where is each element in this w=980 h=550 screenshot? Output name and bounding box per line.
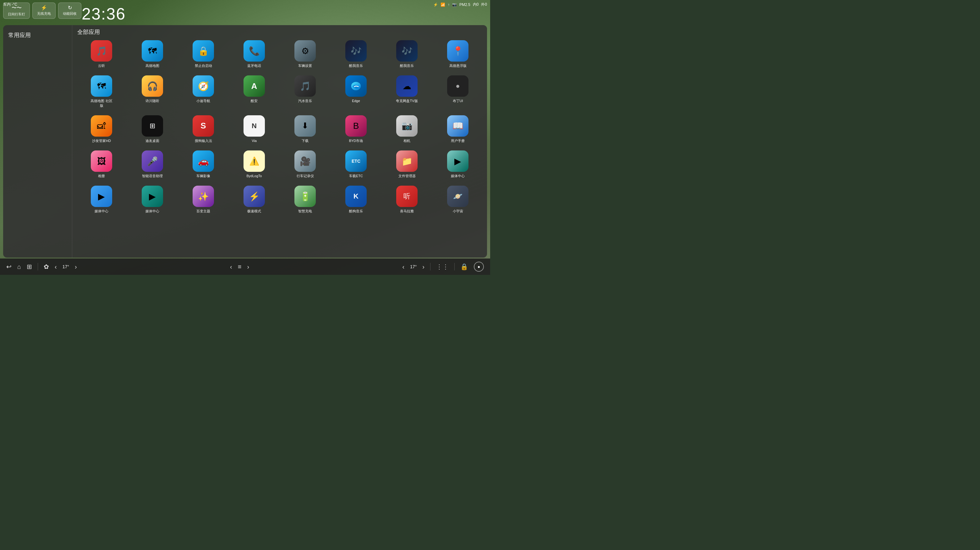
app-qishui-music[interactable]: 🎵汽水音乐 [281, 73, 329, 110]
app-quark-tv[interactable]: ☁夸克网盘TV版 [383, 73, 431, 110]
app-icon-sofa-hd: 🛋 [91, 115, 112, 137]
app-label-camera: 相机 [403, 138, 410, 143]
app-label-gaode-map: 高德地图 [145, 64, 159, 68]
left-arrow2-icon[interactable]: ‹ [230, 263, 232, 270]
nav-icon[interactable]: ≡ [238, 263, 242, 270]
app-icon-via: N [243, 115, 265, 137]
app-icon-car-settings: ⚙ [294, 40, 316, 62]
app-yunting[interactable]: 🎵云听 [77, 38, 126, 70]
app-icon-gaode-community: 🗺 [91, 75, 112, 97]
app-icon-speed-mode: ⚡ [243, 186, 265, 207]
app-label-shichuan: 诗川随听 [145, 99, 159, 103]
app-download[interactable]: ⬇下载 [281, 113, 329, 145]
lock-icon[interactable]: 🔒 [460, 263, 468, 270]
app-file-manager[interactable]: 📁文件管理器 [383, 149, 431, 180]
app-label-gaode-float: 高德悬浮版 [449, 64, 466, 68]
app-icon-quark-tv: ☁ [396, 75, 418, 97]
app-photos[interactable]: 🖼相册 [77, 149, 126, 180]
app-bluetooth-phone[interactable]: 📞蓝牙电话 [230, 38, 278, 70]
app-shichuan[interactable]: 🎧诗川随听 [128, 73, 177, 110]
apps-icon[interactable]: ⊞ [27, 263, 32, 270]
wireless-charge-btn[interactable]: ⚡ 无线充电 [32, 3, 56, 19]
right-arrow3-icon[interactable]: › [422, 263, 425, 270]
app-user-manual[interactable]: 📖用户手册 [434, 113, 482, 145]
app-icon-theme: ✨ [192, 186, 214, 207]
app-icon-kugou-music: K [345, 186, 367, 207]
back-icon[interactable]: ↩ [6, 263, 12, 270]
app-label-xiaoyu: 小宇宙 [453, 209, 463, 213]
app-icon-buting-ui: ● [447, 75, 468, 97]
app-camera[interactable]: 📷相机 [383, 113, 431, 145]
app-label-sofa-hd: 沙发管家HD [92, 138, 111, 143]
app-icon-gaode-float: 📍 [447, 40, 468, 62]
app-icon-yunting: 🎵 [91, 40, 112, 62]
pm25-label: PM2.5 [459, 3, 470, 7]
app-label-file-manager: 文件管理器 [398, 174, 416, 178]
app-smart-charge[interactable]: 🔋智慧充电 [281, 184, 329, 215]
app-label-smart-charge: 智慧充电 [298, 209, 312, 213]
left-panel: 常用应用 [3, 25, 72, 258]
app-sogou-input[interactable]: S搜狗输入法 [179, 113, 228, 145]
app-label-diyou-desktop: 迪友桌面 [145, 138, 159, 143]
wireless-charge-label: 无线充电 [37, 12, 51, 15]
app-label-theme: 百变主题 [196, 209, 210, 213]
app-icon-bydlogto: ⚠️ [243, 151, 265, 172]
app-xiaodi-navi[interactable]: 🧭小迪导航 [179, 73, 228, 110]
status-bar: ⚡ 📶 ↑ 📷 PM2.5 内0 外0 [433, 2, 487, 7]
app-diyou-desktop[interactable]: ⊞迪友桌面 [128, 113, 177, 145]
home-icon[interactable]: ⌂ [17, 263, 21, 270]
app-speed-mode[interactable]: ⚡极速模式 [230, 184, 278, 215]
app-bydlogto[interactable]: ⚠️BydLogTo [230, 149, 278, 180]
app-smart-voice[interactable]: 🎤智能语音助理 [128, 149, 177, 180]
right-arrow-icon[interactable]: › [75, 263, 77, 270]
app-label-user-manual: 用户手册 [451, 138, 465, 143]
app-gaode-float[interactable]: 📍高德悬浮版 [434, 38, 482, 70]
right-arrow2-icon[interactable]: › [247, 263, 249, 270]
app-byd-market[interactable]: BBYD市场 [332, 113, 380, 145]
app-dashcam[interactable]: 🎥行车记录仪 [281, 149, 329, 180]
app-icon-camera: 📷 [396, 115, 418, 137]
app-car-etc[interactable]: ETC车载ETC [332, 149, 380, 180]
app-icon-xiaodi-navi: 🧭 [192, 75, 214, 97]
left-arrow3-icon[interactable]: ‹ [402, 263, 404, 270]
app-label-car-vision: 车辆影像 [196, 174, 210, 178]
app-icon-car-vision: 🚗 [192, 151, 214, 172]
app-label-sogou-input: 搜狗输入法 [195, 138, 212, 143]
app-kuan[interactable]: A酷安 [230, 73, 278, 110]
app-via[interactable]: NVia [230, 113, 278, 145]
app-icon-download: ⬇ [294, 115, 316, 137]
app-edge[interactable]: Edge [332, 73, 380, 110]
energy-recovery-btn[interactable]: ↻ 动能回收 [58, 3, 81, 19]
app-car-settings[interactable]: ⚙车辆设置 [281, 38, 329, 70]
left-arrow-icon[interactable]: ‹ [55, 263, 57, 270]
app-media-center2[interactable]: ▶媒体中心 [77, 184, 126, 215]
app-sofa-hd[interactable]: 🛋沙发管家HD [77, 113, 126, 145]
app-label-kugou-music: 酷狗音乐 [349, 209, 363, 213]
app-buting-ui[interactable]: ●布丁UI [434, 73, 482, 110]
app-media-center1[interactable]: ▶媒体中心 [434, 149, 482, 180]
app-kuwo-music2[interactable]: 🎶酷我音乐 [383, 38, 431, 70]
app-icon-media-center1: ▶ [447, 151, 468, 172]
app-kuwo-music1[interactable]: 🎶酷我音乐 [332, 38, 380, 70]
app-car-vision[interactable]: 🚗车辆影像 [179, 149, 228, 180]
app-ximalaya[interactable]: 听喜马拉雅 [383, 184, 431, 215]
app-kugou-music[interactable]: K酷狗音乐 [332, 184, 380, 215]
app-gaode-community[interactable]: 🗺高德地图 社区版 [77, 73, 126, 110]
app-label-quark-tv: 夸克网盘TV版 [396, 99, 418, 103]
app-icon-kuan: A [243, 75, 265, 97]
clock-display: 23:36 [82, 5, 126, 23]
app-icon-xiaoyu: 🪐 [447, 186, 468, 207]
app-disable-autostart[interactable]: 🔒禁止自启动 [179, 38, 228, 70]
grid-icon[interactable]: ⋮⋮ [436, 263, 449, 270]
app-theme[interactable]: ✨百变主题 [179, 184, 228, 215]
daytime-lights-label: 日间行车灯 [8, 12, 25, 16]
app-label-bluetooth-phone: 蓝牙电话 [247, 64, 261, 68]
app-gaode-map[interactable]: 🗺高德地图 [128, 38, 177, 70]
temp1: 17° [62, 264, 69, 269]
app-xiaoyu[interactable]: 🪐小宇宙 [434, 184, 482, 215]
app-label-gaode-community: 高德地图 社区版 [89, 99, 114, 108]
app-media-center3[interactable]: ▶媒体中心 [128, 184, 177, 215]
status-circle[interactable]: ● [474, 262, 484, 272]
app-label-photos: 相册 [98, 174, 105, 178]
fan-icon[interactable]: ✿ [44, 263, 49, 270]
